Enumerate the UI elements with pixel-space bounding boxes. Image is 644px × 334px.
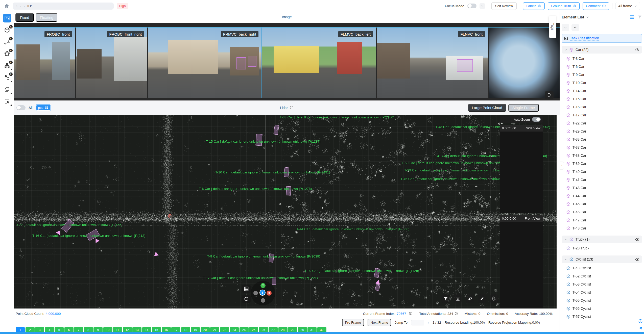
eye-icon[interactable] [635,48,639,52]
element-item[interactable]: T-45 Car [562,200,642,208]
panel-collapse-handle[interactable]: › [560,162,564,170]
frame-chip[interactable]: 13 [132,327,141,332]
reset-rotation-icon[interactable] [242,295,251,303]
camera-tile[interactable]: FRMVC_back_right [148,28,262,98]
frame-chip[interactable]: 17 [171,327,180,332]
frame-chip[interactable]: 18 [181,327,190,332]
element-item[interactable]: T-46 Car [562,208,642,216]
frame-chip[interactable]: 19 [191,327,200,332]
flow-tool[interactable]: 8 [3,61,11,70]
pencil-icon[interactable] [478,294,486,303]
frame-chip[interactable]: 6 [64,327,74,332]
chevron-down-icon[interactable] [586,15,589,19]
frame-chip[interactable]: 22 [220,327,229,332]
frame-chip[interactable]: 28 [278,327,288,332]
camera-tile[interactable]: FROBC_front [14,28,75,98]
front-view-canvas[interactable] [500,222,543,309]
chevron-down-icon[interactable] [564,238,567,241]
frame-chip[interactable]: 30 [298,327,307,332]
frame-chip[interactable]: 14 [142,327,151,332]
polyline-tool[interactable]: L [3,38,11,46]
all-frames-toggle[interactable] [16,105,26,110]
frame-filter-select[interactable]: All frame [615,2,640,10]
camera-tile[interactable]: FLNVC_front [377,28,488,98]
axis-gizmo[interactable]: Y X Z [251,281,275,305]
eye-icon[interactable] [635,237,639,242]
element-item[interactable]: T-43 Car [562,184,642,192]
mouse-mode-icon[interactable] [545,91,554,99]
camera-annotation-box[interactable] [236,57,246,69]
axis-z-handle[interactable]: Z [259,290,266,296]
element-item[interactable]: T-6 Car [562,63,642,71]
cube-tool[interactable]: K [3,26,11,34]
pre-frame-button[interactable]: Pre Frame [342,319,364,326]
element-item[interactable]: T-38 Car [562,151,642,160]
dock-floating-button[interactable]: Floating [36,13,57,22]
eye-icon[interactable] [635,257,639,262]
pcd-source-chip[interactable]: pcd [36,104,51,111]
list-view-icon[interactable] [630,15,634,19]
element-group-row[interactable]: Car (22) [562,46,642,54]
auto-zoom-toggle[interactable] [532,117,541,122]
element-item[interactable]: T-10 Car [562,79,642,87]
camera-tile[interactable] [489,28,560,98]
frame-preview-icon[interactable] [409,312,413,316]
merge-points-icon[interactable] [466,294,474,303]
jump-go-icon[interactable]: › [428,320,429,325]
element-item[interactable]: T-54 Cyclist [562,288,642,296]
annotation-tool[interactable] [3,14,11,22]
element-item[interactable]: T-29 Car [562,127,642,135]
element-item[interactable]: T-49 Cyclist [562,264,642,272]
frame-chip[interactable]: 3 [35,327,44,332]
node-tool[interactable]: 9 [3,73,11,82]
frame-chip[interactable]: 4 [45,327,54,332]
next-frame-button[interactable]: Next Frame [368,319,391,326]
frame-chip[interactable]: 25 [249,327,258,332]
filter-icon[interactable] [441,294,450,303]
point-cloud-viewport[interactable]: T-33 Car [ default car ignore unknown un… [14,115,557,309]
element-item[interactable]: T-16 Car [562,103,642,111]
jump-to-input[interactable] [411,320,424,325]
element-item[interactable]: T-55 Cyclist [562,296,642,304]
element-item[interactable]: T-47 Car [562,216,642,224]
select-tool[interactable] [3,97,11,106]
chevron-down-icon[interactable] [564,258,567,261]
expand-all-button[interactable] [571,24,579,31]
element-group-row[interactable]: Truck (1) [562,236,642,243]
polygon-tool[interactable]: P [3,49,11,58]
task-classification-item[interactable]: Task Classification [562,34,642,43]
element-item[interactable]: T-44 Car [562,192,642,200]
tags-tab[interactable]: Tags [549,16,556,38]
element-item[interactable]: T-53 Cyclist [562,280,642,288]
frame-chip[interactable]: 5 [55,327,64,332]
element-item[interactable]: T-48 Car [562,224,642,232]
labels-toggle-button[interactable]: Labels [523,2,545,10]
dock-fixed-button[interactable]: Fixed [15,13,34,22]
collapse-all-button[interactable] [562,24,569,31]
frame-chip[interactable]: 21 [210,327,219,332]
frame-chip[interactable]: 10 [103,327,112,332]
help-float-icon[interactable] [638,319,643,323]
frame-chip[interactable]: 31 [307,327,317,332]
element-item[interactable]: T-22 Car [562,119,642,127]
camera-tile[interactable]: FROBC_front_right [76,28,147,98]
element-item[interactable]: T-57 Cyclist [562,313,642,321]
mouse-scroll-icon[interactable] [490,294,498,303]
camera-tile[interactable]: FLMVC_back_left [262,28,376,98]
element-item[interactable]: T-14 Car [562,87,642,95]
chevron-down-icon[interactable] [564,48,567,51]
element-item[interactable]: T-15 Car [562,95,642,103]
element-item[interactable]: T-40 Car [562,168,642,176]
frame-chip[interactable]: 11 [113,327,122,332]
frame-chip[interactable]: 9 [93,327,103,332]
element-item[interactable]: T-9 Car [562,71,642,79]
frame-chip[interactable]: 12 [123,327,132,332]
axis-x-neg-handle[interactable] [253,291,258,295]
single-frame-button[interactable]: Single Frame [508,104,539,112]
element-item[interactable]: T-56 Cyclist [562,304,642,313]
grid-view-icon[interactable] [242,285,251,293]
element-item[interactable]: T-17 Car [562,111,642,119]
filter-icon[interactable] [638,15,642,19]
element-item[interactable]: T-33 Car [562,135,642,143]
frame-chip[interactable]: 32 [317,327,326,332]
